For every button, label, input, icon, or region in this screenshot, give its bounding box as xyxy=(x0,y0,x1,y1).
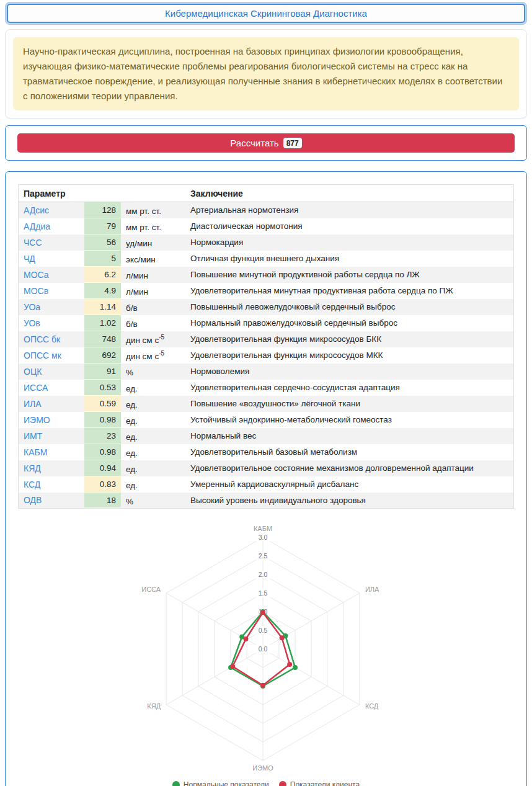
parameter-cell: ОПСС бк xyxy=(19,331,85,347)
unit-cell: мм рт. ст. xyxy=(121,218,185,234)
unit-cell: ед. xyxy=(121,476,185,493)
conclusion-cell: Повышение «воздушности» лёгочной ткани xyxy=(185,396,514,412)
radar-axis-label: ИССА xyxy=(141,586,161,593)
unit-cell: экс/мин xyxy=(121,251,185,267)
unit-cell: ед. xyxy=(121,380,185,396)
page-title[interactable]: Кибермедицинская Скрининговая Диагностик… xyxy=(7,4,525,23)
unit-cell: ед. xyxy=(121,460,185,476)
value-cell: 0.94 xyxy=(84,460,121,476)
unit-cell: б/в xyxy=(121,299,185,315)
radar-axis-label: КАБМ xyxy=(254,525,272,532)
value-cell: 0.98 xyxy=(84,444,121,460)
conclusion-cell: Удовлетворительная функция микрососудов … xyxy=(185,331,514,347)
parameter-link[interactable]: ОПСС мк xyxy=(24,351,61,360)
results-header-row: Параметр Заключение xyxy=(19,185,514,202)
value-cell: 18 xyxy=(84,493,121,509)
parameter-link[interactable]: ИЭМО xyxy=(24,415,50,425)
parameter-link[interactable]: УОв xyxy=(24,318,40,328)
table-row: КЯД 0.94 ед. Удовлетворительное состояни… xyxy=(19,460,514,476)
conclusion-cell: Удовлетворительная сердечно-сосудистая а… xyxy=(185,380,514,396)
radar-axis-label: ИЭМО xyxy=(252,764,273,772)
table-row: АДдиа 79 мм рт. ст. Диастолическая нормо… xyxy=(19,218,514,234)
series-point-1 xyxy=(260,610,265,615)
unit-cell: % xyxy=(121,493,185,509)
conclusion-cell: Нормоволемия xyxy=(185,364,514,380)
legend-item-client[interactable]: Показатели клиента xyxy=(279,780,360,786)
parameter-link[interactable]: КСД xyxy=(24,480,40,489)
unit-cell: дин см с-5 xyxy=(121,347,185,364)
parameter-link[interactable]: ЧД xyxy=(24,254,35,264)
chart-legend: Нормальные показатели Показатели клиента xyxy=(18,780,514,786)
unit-cell: л/мин xyxy=(121,283,185,299)
conclusion-cell: Высокий уровень индивидуального здоровья xyxy=(185,493,514,509)
table-row: ОПСС мк 692 дин см с-5 Удовлетворительна… xyxy=(19,347,514,364)
conclusion-cell: Нормальный вес xyxy=(185,428,514,444)
conclusion-cell: Нормокардия xyxy=(185,234,514,251)
value-cell: 5 xyxy=(84,251,121,267)
conclusion-cell: Удовлетворительная минутная продуктивная… xyxy=(185,283,514,299)
value-cell: 0.83 xyxy=(84,476,121,493)
radar-chart-canvas: КАБМИЛАКСДИЭМОКЯДИССА0.00.51.01.52.02.53… xyxy=(18,514,514,777)
parameter-cell: АДсис xyxy=(19,202,85,218)
legend-item-normal[interactable]: Нормальные показатели xyxy=(172,780,269,786)
parameter-link[interactable]: ИМТ xyxy=(24,431,42,441)
conclusion-cell: Удовлетворительная функция микрососудов … xyxy=(185,347,514,364)
unit-cell: ед. xyxy=(121,428,185,444)
parameter-cell: КАБМ xyxy=(19,444,85,460)
parameter-link[interactable]: УОа xyxy=(24,302,40,312)
conclusion-cell: Повышенный левожелудочковый сердечный вы… xyxy=(185,299,514,315)
value-cell: 23 xyxy=(84,428,121,444)
parameter-link[interactable]: МОСа xyxy=(24,270,49,280)
unit-cell: ед. xyxy=(121,412,185,428)
parameter-link[interactable]: ИССА xyxy=(24,383,48,393)
parameter-link[interactable]: КАБМ xyxy=(24,447,47,457)
calculate-button[interactable]: Рассчитать 877 xyxy=(17,133,515,153)
radar-axis-label: ИЛА xyxy=(365,586,379,593)
value-cell: 1.02 xyxy=(84,315,121,331)
conclusion-cell: Отличная функция внешнего дыхания xyxy=(185,251,514,267)
header-value xyxy=(84,185,121,202)
table-row: УОа 1.14 б/в Повышенный левожелудочковый… xyxy=(19,299,514,315)
description-alert: Научно-практическая дисциплина, построен… xyxy=(13,37,519,110)
radar-tick-label: 0.5 xyxy=(259,627,268,634)
header-conclusion: Заключение xyxy=(185,185,514,202)
legend-swatch-normal-icon xyxy=(172,781,180,786)
radar-axis-label: КСД xyxy=(365,702,379,710)
parameter-cell: КЯД xyxy=(19,460,85,476)
table-row: МОСв 4.9 л/мин Удовлетворительная минутн… xyxy=(19,283,514,299)
parameter-link[interactable]: МОСв xyxy=(24,286,48,296)
value-cell: 56 xyxy=(84,234,121,251)
table-row: ОЦК 91 % Нормоволемия xyxy=(19,364,514,380)
radar-tick-label: 2.5 xyxy=(259,552,268,560)
value-cell: 4.9 xyxy=(84,283,121,299)
series-point-1 xyxy=(230,664,235,669)
table-row: ЧД 5 экс/мин Отличная функция внешнего д… xyxy=(19,251,514,267)
value-cell: 748 xyxy=(84,331,121,347)
value-cell: 692 xyxy=(84,347,121,364)
parameter-link[interactable]: АДсис xyxy=(24,205,49,215)
parameter-cell: УОа xyxy=(19,299,85,315)
radar-axis-label: КЯД xyxy=(147,702,161,710)
series-point-1 xyxy=(260,683,265,688)
parameter-link[interactable]: ИЛА xyxy=(24,399,42,409)
parameter-cell: МОСв xyxy=(19,283,85,299)
page: Кибермедицинская Скрининговая Диагностик… xyxy=(0,0,532,786)
parameter-link[interactable]: ЧСС xyxy=(24,238,42,248)
parameter-cell: ЧД xyxy=(19,251,85,267)
conclusion-cell: Удовлетворительное состояние механизмов … xyxy=(185,460,514,476)
description-card: Научно-практическая дисциплина, построен… xyxy=(5,29,527,118)
parameter-link[interactable]: ОПСС бк xyxy=(24,334,60,344)
parameter-link[interactable]: АДдиа xyxy=(24,221,50,231)
radar-tick-label: 2.0 xyxy=(259,571,268,578)
parameter-link[interactable]: ОЦК xyxy=(24,367,42,377)
parameter-cell: УОв xyxy=(19,315,85,331)
parameter-link[interactable]: ОДВ xyxy=(24,495,42,505)
parameter-cell: ИЛА xyxy=(19,396,85,412)
unit-cell: мм рт. ст. xyxy=(121,202,185,218)
calc-card: Рассчитать 877 xyxy=(5,125,527,161)
table-row: ИМТ 23 ед. Нормальный вес xyxy=(19,428,514,444)
conclusion-cell: Удовлетворительный базовый метаболизм xyxy=(185,444,514,460)
table-row: АДсис 128 мм рт. ст. Артериальная нормот… xyxy=(19,202,514,218)
parameter-link[interactable]: КЯД xyxy=(24,463,41,473)
conclusion-cell: Устойчивый эндокринно-метаболический гом… xyxy=(185,412,514,428)
